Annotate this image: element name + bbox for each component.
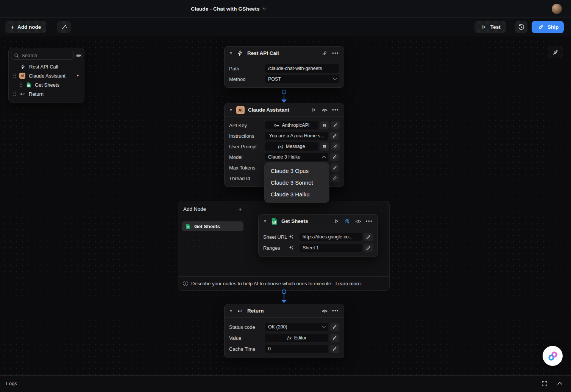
connector-port[interactable] xyxy=(282,289,286,294)
path-field[interactable]: /claude-chat-with-gsheets xyxy=(265,64,339,73)
edit-icon[interactable] xyxy=(364,233,373,241)
sidebar-item-rest-api-call[interactable]: Rest API Call xyxy=(11,62,82,71)
ranges-field[interactable]: Sheet 1 xyxy=(300,244,362,252)
user-avatar[interactable] xyxy=(552,4,562,14)
edge-connector[interactable] xyxy=(282,90,286,94)
edit-icon[interactable] xyxy=(330,174,339,182)
buildship-logo-button[interactable] xyxy=(543,346,563,366)
node-menu-icon[interactable]: ••• xyxy=(332,106,339,114)
edit-icon[interactable] xyxy=(330,153,339,161)
learn-more-link[interactable]: Learn more. xyxy=(335,281,362,286)
chevron-down-icon[interactable]: ▼ xyxy=(76,74,80,78)
google-sheets-icon xyxy=(26,82,31,88)
edit-icon[interactable] xyxy=(331,121,340,129)
version-history-button[interactable] xyxy=(515,21,527,33)
return-node[interactable]: ▼ ↩ Return </> ••• Status code OK (200) … xyxy=(224,304,344,358)
annotate-tool-button[interactable] xyxy=(548,46,563,58)
group-item-label: Get Sheets xyxy=(194,224,220,229)
search-input[interactable] xyxy=(22,53,71,58)
edit-icon[interactable] xyxy=(330,345,339,353)
node-menu-icon[interactable]: ••• xyxy=(365,218,373,225)
code-icon[interactable]: </> xyxy=(321,307,328,315)
field-label: Thread Id xyxy=(229,176,265,181)
cache-time-value: 0 xyxy=(268,346,271,352)
delete-icon[interactable] xyxy=(320,121,329,129)
rest-api-call-node[interactable]: ▼ Rest API Call ••• Path /cla xyxy=(224,46,344,88)
field-label: Value xyxy=(229,335,265,341)
edit-icon[interactable] xyxy=(330,163,339,172)
edit-icon[interactable] xyxy=(330,132,339,140)
node-menu-icon[interactable]: ••• xyxy=(332,307,339,315)
ai-sparkle-icon[interactable] xyxy=(288,234,300,240)
model-option-claude-3-sonnet[interactable]: Claude 3 Sonnet xyxy=(264,177,329,188)
field-label: Max Tokens xyxy=(229,165,265,171)
method-select[interactable]: POST xyxy=(265,75,339,83)
group-item-get-sheets[interactable]: Get Sheets xyxy=(182,221,243,231)
field-label: Ranges xyxy=(263,245,288,251)
collapse-node-icon[interactable]: ▼ xyxy=(263,219,267,223)
connector-port[interactable] xyxy=(282,90,286,94)
path-value: /claude-chat-with-gsheets xyxy=(268,66,322,71)
edit-icon[interactable] xyxy=(364,244,373,252)
cache-time-field[interactable]: 0 xyxy=(265,345,328,353)
auth-fingerprint-icon[interactable] xyxy=(343,218,351,225)
plus-icon[interactable]: + xyxy=(238,205,242,213)
ship-button[interactable]: Ship xyxy=(532,21,564,33)
fullscreen-icon[interactable] xyxy=(541,381,548,387)
toolbar: + Add node Test xyxy=(0,18,571,36)
sidebar-item-label: Get Sheets xyxy=(35,82,59,88)
ai-sparkle-icon[interactable] xyxy=(288,245,300,251)
drag-handle-icon[interactable] xyxy=(13,92,16,96)
code-icon[interactable]: </> xyxy=(321,106,328,114)
status-code-select[interactable]: OK (200) xyxy=(265,323,328,331)
user-prompt-chip[interactable]: (x) Message xyxy=(265,142,318,151)
edit-icon[interactable] xyxy=(330,334,339,342)
edit-icon[interactable] xyxy=(330,323,339,331)
edge-connector[interactable] xyxy=(282,289,286,294)
variable-icon: (x) xyxy=(278,144,283,149)
top-bar: Claude - Chat with GSheets xyxy=(0,0,571,18)
workflow-title: Claude - Chat with GSheets xyxy=(191,6,259,12)
drag-handle-icon[interactable] xyxy=(13,73,16,78)
collapse-node-icon[interactable]: ▼ xyxy=(229,51,233,55)
sheet-url-value: https://docs.google.co... xyxy=(303,234,353,240)
delete-icon[interactable] xyxy=(320,142,329,151)
search-box xyxy=(11,51,74,60)
workflow-title-menu[interactable]: Claude - Chat with GSheets xyxy=(191,0,265,18)
collapse-node-icon[interactable]: ▼ xyxy=(229,108,233,112)
code-icon[interactable]: </> xyxy=(354,218,362,225)
collapse-panel-icon[interactable] xyxy=(76,53,82,58)
ai-wand-button[interactable] xyxy=(57,21,71,33)
edit-icon[interactable] xyxy=(331,142,340,151)
node-menu-icon[interactable]: ••• xyxy=(332,50,339,57)
collapse-node-icon[interactable]: ▼ xyxy=(229,309,233,313)
drag-handle-icon[interactable] xyxy=(20,82,22,87)
model-dropdown: Claude 3 Opus Claude 3 Sonnet Claude 3 H… xyxy=(264,162,329,203)
api-key-chip[interactable]: AnthropicAPI xyxy=(265,121,318,129)
sidebar-item-label: Return xyxy=(29,91,44,97)
model-select[interactable]: Claude 3 Haiku xyxy=(265,153,328,161)
field-label: API Key xyxy=(229,123,265,128)
sheet-url-field[interactable]: https://docs.google.co... xyxy=(300,233,362,241)
model-option-claude-3-opus[interactable]: Claude 3 Opus xyxy=(264,165,329,177)
sidebar-item-get-sheets[interactable]: Get Sheets xyxy=(11,80,82,89)
model-option-claude-3-haiku[interactable]: Claude 3 Haiku xyxy=(264,188,329,200)
sidebar-item-claude-assistant[interactable]: A\ Claude Assistant ▼ xyxy=(11,71,82,80)
instructions-field[interactable]: You are a Azura Home s... xyxy=(265,132,328,140)
get-sheets-node[interactable]: ▼ Get Sheets </> ••• Sheet U xyxy=(258,214,378,257)
run-node-icon[interactable] xyxy=(310,106,317,114)
run-node-icon[interactable] xyxy=(332,218,340,225)
expand-logs-icon[interactable] xyxy=(557,381,563,385)
info-icon: i xyxy=(183,281,188,286)
value-editor-button[interactable]: ƒx Editor xyxy=(265,334,328,342)
search-icon xyxy=(14,53,19,58)
add-node-button[interactable]: + Add node xyxy=(5,21,46,33)
feather-icon xyxy=(552,49,559,55)
chevron-down-icon xyxy=(322,324,326,328)
field-label: User Prompt xyxy=(229,144,265,149)
anthropic-icon: A\ xyxy=(19,73,25,79)
sidebar-item-return[interactable]: ↩ Return xyxy=(11,89,82,98)
logs-bar[interactable]: Logs xyxy=(0,375,571,392)
copy-endpoint-link-icon[interactable] xyxy=(321,50,328,57)
test-button[interactable]: Test xyxy=(474,21,506,33)
